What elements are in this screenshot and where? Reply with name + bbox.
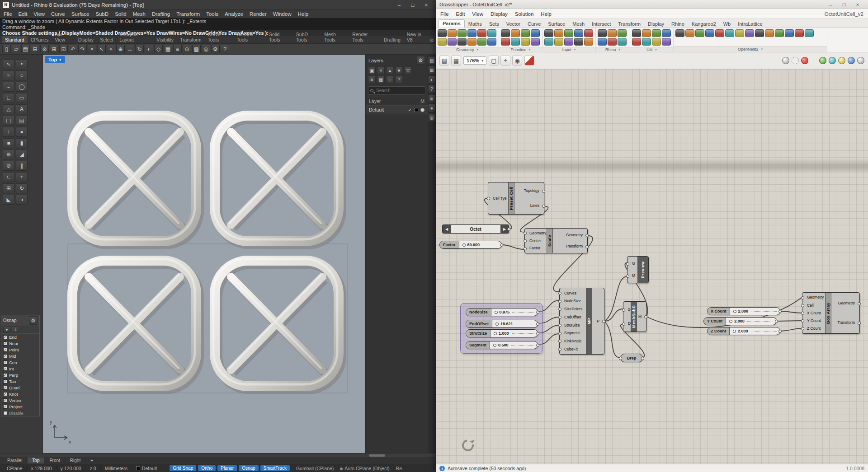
display-teal-icon[interactable] [829,57,836,64]
slider-y-count[interactable]: Y Count 2.000 [703,317,777,325]
osnap-checkbox-end[interactable]: End [1,334,39,340]
rhino-material-icon[interactable] [618,29,627,37]
slider-z-count[interactable]: Z Count 2.000 [707,327,780,335]
scrollbar-thumb[interactable] [369,454,385,457]
layers-settings-icon[interactable]: ⚙ [416,56,425,65]
viewport-tab-right[interactable]: Right [66,458,85,463]
component-box-array[interactable]: Geometry Cell X Count Y Count Z Count Bo… [802,292,860,334]
osnap-checkbox-mid[interactable]: Mid [1,353,39,359]
tab-display[interactable]: Display [644,20,668,28]
viewport-tab-add[interactable]: + [86,458,98,463]
zoom-extents-icon[interactable]: ⊕ [116,45,125,53]
output-geometry[interactable]: Geometry [566,233,583,237]
layer-filter-icon[interactable]: ▽ [404,67,412,74]
mirror-icon[interactable]: ◑ [16,195,28,205]
param-number-icon[interactable] [501,38,510,46]
layer-search[interactable] [368,86,425,95]
param-integer-icon[interactable] [531,29,540,37]
rhino-doc-icon[interactable] [618,38,627,46]
slider-knob[interactable] [494,332,497,335]
input-segment[interactable]: Segment [564,331,580,335]
osnap-checkbox-vertex[interactable]: Vertex [1,397,39,403]
loft-icon[interactable]: ▤ [16,116,28,126]
join-icon[interactable]: ⊂ [3,172,14,182]
fillet-icon[interactable]: ◢ [16,150,28,159]
copy-object-icon[interactable]: ⊞ [3,183,14,193]
panel-icon[interactable] [554,29,563,37]
tab-curve[interactable]: Curve [524,20,544,28]
ribbon-group-label[interactable]: Input [542,47,595,52]
tab-rhino[interactable]: Rhino [668,20,688,28]
osnap-checkbox-disable[interactable]: Disable [1,410,39,416]
move-layer-up-icon[interactable]: ▲ [386,67,394,74]
preview-shaded-icon[interactable] [782,57,789,64]
layer-material-icon[interactable] [420,108,425,112]
move-icon[interactable]: + [16,172,28,182]
slider-segment[interactable]: Segment 0.500 [466,341,538,349]
on2-sheet-icon[interactable] [685,29,694,37]
shaded-view-icon[interactable]: ◐ [145,45,153,53]
toolbar-settings-icon[interactable]: ⚙ [429,37,434,43]
layer-row-default[interactable]: Default ✓ [366,106,428,114]
extrude-icon[interactable]: ↑ [3,127,14,137]
point-icon[interactable]: • [16,59,28,69]
grid-toggle-icon[interactable]: ▩ [192,45,201,53]
maximize-button[interactable]: □ [837,0,851,9]
rotate-icon[interactable]: ↻ [16,183,28,193]
input-endoffset[interactable]: EndOffset [564,315,581,319]
text-icon[interactable]: A [16,104,28,114]
value-list-octet[interactable]: ◀ Octet ▶ [442,224,509,234]
toggle-grid-snap[interactable]: Grid Snap [170,465,196,471]
menu-display[interactable]: Display [491,11,508,17]
osnap-checkbox-quad[interactable]: Quad [1,384,39,391]
param-boolean-icon[interactable] [501,29,510,37]
osnap-settings-icon[interactable]: ⚙ [29,316,38,325]
curve-icon[interactable]: ≈ [3,70,14,80]
paste-icon[interactable]: ⊡ [59,45,68,53]
on2-settings-icon[interactable] [805,29,814,37]
panel-display-icon[interactable]: ◐ [428,75,435,84]
output-topology[interactable]: Topology [524,189,539,193]
top-viewport[interactable]: y x Top [43,55,365,453]
osnap-toggle-icon[interactable]: ⊙ [183,45,191,53]
slider-knob[interactable] [493,344,496,347]
delete-icon[interactable]: × [88,45,96,53]
tab-sets[interactable]: Sets [486,20,503,28]
output-lines[interactable]: Lines [530,204,539,208]
input-y-count[interactable]: Y Count [807,319,821,323]
input-m[interactable]: M [632,274,635,278]
menu-analyze[interactable]: Analyze [225,11,243,17]
param-time-icon[interactable] [531,38,540,46]
slider-knob[interactable] [733,330,736,333]
polyline-icon[interactable]: ∟ [3,93,14,103]
toolbar-tab-curve-tools[interactable]: Curve Tools [205,31,234,43]
toolbar-tab-mesh-tools[interactable]: Mesh Tools [321,31,349,43]
list-view-icon[interactable]: ≡ [368,76,376,83]
slider-strutsize[interactable]: StrutSize 1.000 [466,329,538,337]
menu-view[interactable]: View [472,11,483,17]
pan-icon[interactable]: ↔ [126,45,134,53]
toggle-gumball[interactable]: Gumball (CPlane) [296,466,334,471]
zoom-window-icon[interactable]: ⌖ [107,45,115,53]
viewport-tab-front[interactable]: Front [45,458,65,463]
slider-endoffset[interactable]: EndOffset 18.621 [466,320,538,328]
toolbar-tab-surface-tools[interactable]: Surface Tools [234,31,266,43]
tab-vector[interactable]: Vector [503,20,524,28]
input-geometry[interactable]: Geometry [529,231,546,235]
close-button[interactable]: × [420,0,433,9]
toolbar-tab-set-view[interactable]: Set View [52,31,75,43]
param-domain-icon[interactable] [521,29,530,37]
on2-outline-icon[interactable] [695,29,704,37]
osnap-filter-icon[interactable]: ▾ [3,327,10,332]
toggle-smarttrack[interactable]: SmartTrack [260,465,290,471]
rhino-bake-icon[interactable] [608,38,617,46]
component-preview[interactable]: G M Preview [627,256,649,283]
slider-factor[interactable]: Factor 60.000 [439,241,502,249]
toolbar-tab-select[interactable]: Select [97,36,116,43]
menu-file[interactable]: File [440,11,449,17]
input-center[interactable]: Center [529,239,541,243]
input-kinkangle[interactable]: KinkAngle [564,339,581,343]
toggle-icon[interactable] [584,29,593,37]
toolbar-tab-new-in-v8[interactable]: New in V8 [404,31,429,43]
cut-icon[interactable]: ⊗ [40,45,49,53]
